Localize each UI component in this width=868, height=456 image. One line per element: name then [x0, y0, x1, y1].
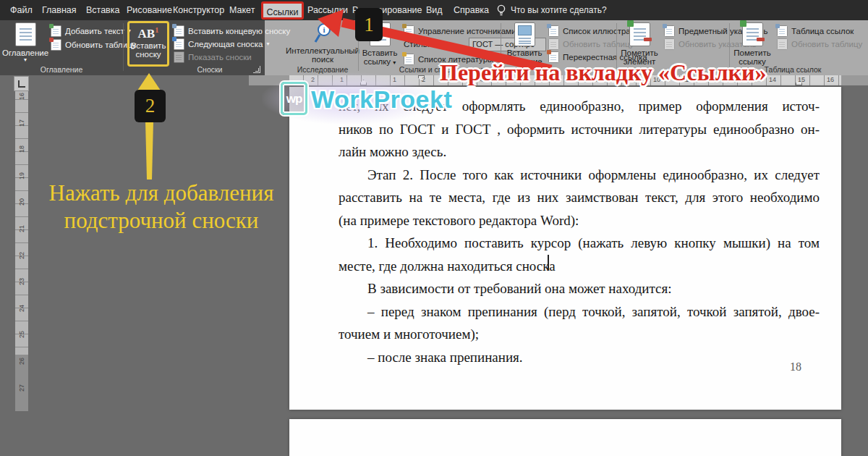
table-of-authorities-icon [777, 25, 788, 37]
toc-group-label: Оглавление [22, 65, 101, 74]
lightbulb-icon [496, 4, 506, 17]
tab-mailings[interactable]: Рассылки [307, 0, 348, 20]
yellow-annotation-caption: Нажать для добавления подстрочной сноски [27, 180, 295, 235]
update-table-icon [548, 38, 559, 50]
bibliography-icon [404, 54, 414, 65]
smart-lookup-button[interactable]: i Интеллектуальный поиск [288, 22, 357, 64]
mark-citation-icon [742, 22, 763, 46]
tab-layout[interactable]: Макет [229, 0, 255, 20]
tab-insert[interactable]: Вставка [86, 0, 119, 20]
text-cursor [548, 255, 549, 270]
ruler-number: 20 [18, 198, 25, 206]
manage-sources-icon [404, 25, 414, 37]
insert-index-icon [664, 25, 675, 37]
insert-toa-button[interactable]: Таблица ссылок [777, 25, 854, 37]
page-number: 18 [790, 360, 801, 373]
manage-sources-button[interactable]: Управление источниками [404, 25, 516, 37]
document-line: точием и многоточием); [339, 323, 820, 346]
smart-lookup-icon: i [313, 22, 332, 44]
ruler-number: 25 [18, 331, 25, 338]
ruler-number: 19 [18, 172, 25, 180]
group-separator [123, 23, 124, 71]
footnote-highlight-box [127, 21, 169, 67]
update-table-icon [777, 38, 788, 50]
insert-endnote-icon [174, 25, 184, 37]
show-notes-button: Показать сноски [174, 51, 252, 63]
table-of-figures-icon [548, 25, 559, 37]
document-line: расставить на те места, где из них заимс… [339, 186, 820, 209]
document-page-2[interactable] [289, 419, 841, 456]
show-notes-icon [174, 51, 184, 63]
chevron-down-icon: ▾ [24, 57, 27, 63]
tab-home[interactable]: Главная [42, 0, 77, 20]
workproekt-wordmark: WorkProekt [311, 85, 452, 114]
svg-text:i: i [323, 25, 325, 34]
document-line: лайн можно здесь. [339, 140, 820, 164]
document-line: (на примере текстового редактора Word): [339, 209, 820, 232]
citation-style-row: Стиль: ГОСТ — сортирс [404, 40, 430, 48]
document-line: – после знака препинания. [339, 346, 820, 369]
mark-entry-icon [629, 22, 650, 46]
footnotes-group-label: Сноски [174, 65, 246, 74]
ruler-number: 26 [18, 358, 25, 365]
ruler-number: 24 [18, 305, 25, 312]
insert-caption-icon [514, 22, 535, 46]
update-toa-button: Обновить таблицу [777, 38, 862, 50]
red-annotation-caption: Перейти на вкладку «Ссылки» [440, 59, 766, 86]
ruler-number: 22 [18, 252, 25, 259]
add-text-button[interactable]: Добавить текст ▾ [51, 25, 131, 37]
workproekt-logo-icon: wp [281, 82, 307, 115]
tab-file[interactable]: Файл [10, 0, 33, 20]
document-line: месте, где должна находиться сноска [339, 255, 820, 278]
update-table-icon [51, 39, 61, 51]
ruler-number: 16 [18, 93, 25, 100]
tab-references[interactable]: Ссылки [261, 1, 304, 20]
next-footnote-icon [174, 38, 184, 50]
toc-icon [15, 22, 36, 46]
ribbon-tab-bar: Файл Главная Вставка Рисование Конструкт… [0, 0, 868, 20]
document-line: В зависимости от требований она может на… [339, 277, 820, 300]
ruler-number: 17 [18, 119, 25, 127]
ruler-number: 16 [827, 76, 834, 83]
document-text: нет, их следует оформлять единообразно, … [339, 95, 820, 368]
document-line: Этап 2. После того как источники оформле… [339, 164, 820, 187]
add-text-icon [51, 25, 61, 37]
next-footnote-button[interactable]: Следующая сноска ▾ [174, 38, 269, 50]
document-line: – перед знаком препинания (перд точкой, … [339, 300, 820, 324]
toc-button[interactable]: Оглавление ▾ [4, 22, 46, 63]
document-line: 1. Необходимо поставить курсор (нажать л… [339, 232, 820, 255]
document-page-1[interactable]: нет, их следует оформлять единообразно, … [289, 87, 841, 410]
word-window: Файл Главная Вставка Рисование Конструкт… [0, 0, 868, 456]
ruler-number: 27 [18, 384, 25, 392]
footnotes-dialog-launcher-icon[interactable] [253, 66, 260, 73]
tab-draw[interactable]: Рисование [127, 0, 172, 20]
ruler-number: 15 [798, 76, 805, 83]
update-index-icon [664, 38, 675, 50]
ruler-number: 21 [18, 225, 25, 232]
ruler-number: 14 [769, 76, 776, 83]
tab-view[interactable]: Вид [426, 0, 443, 20]
step-2-badge: 2 [135, 90, 166, 122]
tab-design[interactable]: Конструктор [173, 0, 224, 20]
step-1-badge: 1 [355, 8, 383, 41]
tell-me-box[interactable]: Что вы хотите сделать? [511, 0, 607, 20]
ruler-number: 23 [18, 278, 25, 285]
tab-stop-selector[interactable] [14, 76, 29, 91]
tab-help[interactable]: Справка [454, 0, 489, 20]
ruler-number: 18 [18, 145, 25, 153]
